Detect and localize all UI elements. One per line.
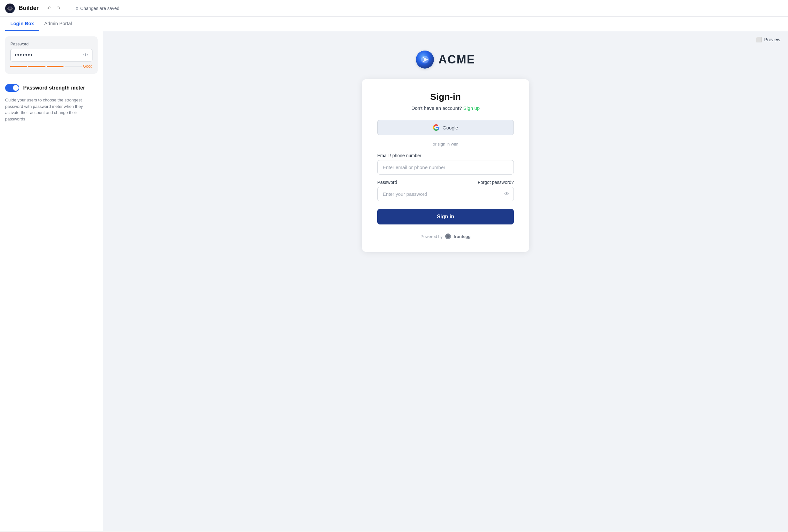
strength-label: Good [83,64,93,68]
tab-login-box[interactable]: Login Box [5,17,39,31]
preview-dots: ••••••• [15,52,33,59]
password-strength-toggle[interactable] [5,84,19,92]
strength-bars [10,66,82,67]
svg-point-0 [7,6,13,11]
preview-content: ACME Sign-in Don't have an account? Sign… [317,31,574,265]
strength-bar-row: Good [10,64,93,68]
strength-bar-4 [65,66,81,67]
header-divider [69,4,69,12]
right-panel: ⬜ Preview [103,31,788,531]
app-title: Builder [19,5,39,12]
preview-card-label: Password [10,42,93,46]
toggle-row: Password strength meter [0,79,103,97]
preview-icon: ⬜ [756,36,762,42]
password-input[interactable] [377,187,514,201]
saved-text: Changes are saved [80,6,119,11]
eye-icon[interactable]: 👁 [83,53,88,58]
svg-point-3 [416,50,434,68]
powered-by-text: Powered by [420,234,442,239]
preview-label[interactable]: Preview [764,37,780,42]
saved-status: Changes are saved [76,6,119,11]
eye-toggle-icon: 👁 [504,191,509,197]
forgot-password-link[interactable]: Forgot password? [478,180,514,185]
google-signin-button[interactable]: Google [377,120,514,135]
tab-admin-portal[interactable]: Admin Portal [39,17,77,31]
password-field-wrapper: 👁 [377,187,514,201]
email-label-row: Email / phone number [377,153,514,158]
acme-globe [416,50,434,68]
toggle-slider [5,84,19,92]
acme-brand-name: ACME [438,53,475,66]
or-line-left [377,144,429,144]
left-panel: Password ••••••• 👁 Good Passwor [0,31,103,531]
header-actions: ↶ ↷ [45,3,62,13]
or-text: or sign in with [433,142,458,146]
password-preview-card: Password ••••••• 👁 Good [5,36,98,74]
tabs-bar: Login Box Admin Portal [0,17,788,31]
signin-button[interactable]: Sign in [377,209,514,224]
svg-point-4 [447,235,450,238]
or-line-right [462,144,514,144]
email-input[interactable] [377,160,514,175]
strength-bar-3 [47,66,63,67]
frontegg-logo [445,233,451,239]
strength-bar-2 [28,66,45,67]
password-label: Password [377,180,397,185]
password-toggle-button[interactable]: 👁 [504,191,509,197]
redo-button[interactable]: ↷ [55,3,62,13]
toggle-title: Password strength meter [23,85,85,91]
signup-prompt: Don't have an account? [411,105,462,111]
app-logo [5,3,15,13]
signup-link[interactable]: Sign up [463,105,480,111]
password-label-row: Password Forgot password? [377,180,514,185]
or-divider: or sign in with [377,142,514,146]
frontegg-brand: frontegg [454,234,471,239]
signin-title: Sign-in [377,92,514,102]
strength-bar-1 [10,66,27,67]
google-button-label: Google [442,125,458,130]
email-label: Email / phone number [377,153,421,158]
powered-by: Powered by frontegg [377,233,514,239]
main-layout: Password ••••••• 👁 Good Passwor [0,31,788,531]
toggle-description: Guide your users to choose the strongest… [0,97,103,127]
acme-logo-row: ACME [416,50,475,68]
preview-input-row: ••••••• 👁 [10,49,93,62]
preview-toolbar: ⬜ Preview [756,36,780,42]
app-header: Builder ↶ ↷ Changes are saved [0,0,788,17]
login-card: Sign-in Don't have an account? Sign up [362,79,529,252]
saved-indicator [76,7,78,10]
signup-row: Don't have an account? Sign up [377,105,514,111]
google-icon [433,124,439,131]
undo-button[interactable]: ↶ [45,3,53,13]
